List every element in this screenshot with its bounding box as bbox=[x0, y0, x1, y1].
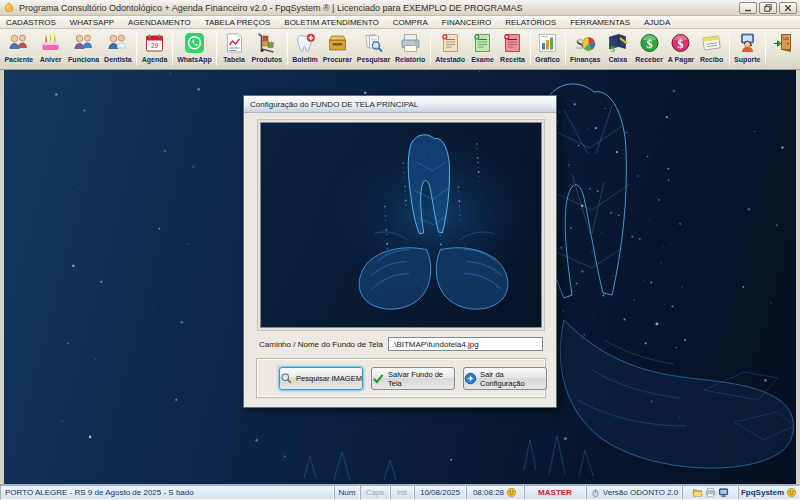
save-background-button[interactable]: Salvar Fundo de Tela bbox=[371, 367, 455, 390]
menubar: CADASTROS WHATSAPP AGENDAMENTO TABELA PR… bbox=[0, 16, 800, 29]
exam-note-icon bbox=[470, 31, 495, 55]
folder-icon[interactable] bbox=[692, 487, 703, 498]
search-drawer-icon bbox=[325, 31, 350, 55]
app-logo-icon bbox=[3, 2, 15, 14]
exit-arrow-icon bbox=[464, 372, 477, 385]
patients-icon bbox=[6, 31, 31, 55]
statusbar-user: MASTER bbox=[524, 485, 586, 500]
toolbar-button-receita[interactable]: Receita bbox=[498, 30, 528, 67]
statusbar-location: PORTO ALEGRE - RS 9 de Agosto de 2025 - … bbox=[0, 485, 334, 500]
toolbar-button-dentista[interactable]: Dentista bbox=[102, 30, 135, 67]
svg-text:EXIT: EXIT bbox=[784, 36, 790, 40]
menu-item-boletim-atendimento[interactable]: BOLETIM ATENDIMENTO bbox=[284, 18, 378, 27]
svg-text:$: $ bbox=[646, 37, 652, 51]
menu-item-relatorios[interactable]: RELATÓRIOS bbox=[505, 18, 556, 27]
toolbar-button-procurar[interactable]: Procurar bbox=[320, 30, 354, 67]
toolbar-separator bbox=[530, 32, 531, 65]
desktop-background: Configuração do FUNDO DE TELA PRINCIPAL bbox=[0, 70, 800, 484]
mouse-icon bbox=[590, 487, 601, 498]
monitor-icon[interactable] bbox=[718, 487, 729, 498]
statusbar-capslock: Caps bbox=[360, 485, 390, 500]
toolbar-button-pesquisar[interactable]: Pesquisar bbox=[354, 30, 392, 67]
finance-pie-icon: $ bbox=[573, 31, 598, 55]
toolbar-button-whatsapp[interactable]: WhatsApp bbox=[175, 30, 214, 67]
menu-item-ajuda[interactable]: AJUDA bbox=[644, 18, 670, 27]
pay-money-icon: $ bbox=[668, 31, 693, 55]
cashbook-icon: $ bbox=[605, 31, 630, 55]
tooth-in-hands-image bbox=[261, 123, 541, 327]
check-icon bbox=[372, 372, 385, 385]
toolbar: Paciente Aniver Funciona Dentista 29 Age… bbox=[0, 29, 800, 70]
employees-icon bbox=[71, 31, 96, 55]
toolbar-button-boletim[interactable]: Boletim bbox=[290, 30, 321, 67]
brand-badge-icon bbox=[786, 487, 797, 498]
toolbar-button-recibo[interactable]: Recibo bbox=[697, 30, 727, 67]
toolbar-button-grafico[interactable]: Gráfico bbox=[533, 30, 563, 67]
close-icon bbox=[784, 4, 792, 12]
toolbar-button-agenda[interactable]: 29 Agenda bbox=[139, 30, 170, 67]
toolbar-separator bbox=[565, 32, 566, 65]
toolbar-button-financas[interactable]: $ Finanças bbox=[568, 30, 603, 67]
dialog-titlebar[interactable]: Configuração do FUNDO DE TELA PRINCIPAL bbox=[244, 96, 556, 113]
statusbar: PORTO ALEGRE - RS 9 de Agosto de 2025 - … bbox=[0, 484, 800, 500]
dialog-title: Configuração do FUNDO DE TELA PRINCIPAL bbox=[250, 100, 418, 109]
window-title: Programa Consultório Odontológico + Agen… bbox=[19, 3, 735, 13]
statusbar-date: 10/08/2025 bbox=[414, 485, 466, 500]
restore-icon bbox=[764, 4, 772, 12]
tooth-report-icon bbox=[293, 31, 318, 55]
exit-door-icon: EXIT bbox=[771, 31, 796, 55]
whatsapp-icon bbox=[182, 31, 207, 55]
receive-money-icon: $ bbox=[637, 31, 662, 55]
receipt-icon bbox=[699, 31, 724, 55]
svg-text:$: $ bbox=[576, 36, 584, 52]
toolbar-button-relatorio[interactable]: Relatório bbox=[393, 30, 428, 67]
window-titlebar[interactable]: Programa Consultório Odontológico + Agen… bbox=[0, 0, 800, 16]
toolbar-button-aniver[interactable]: Aniver bbox=[36, 30, 66, 67]
toolbar-button-suporte[interactable]: Suporte bbox=[732, 30, 763, 67]
menu-item-compra[interactable]: COMPRA bbox=[393, 18, 428, 27]
minimize-icon bbox=[744, 4, 752, 12]
toolbar-button-funciona[interactable]: Funciona bbox=[66, 30, 102, 67]
toolbar-separator bbox=[430, 32, 431, 65]
toolbar-separator bbox=[287, 32, 288, 65]
certificate-note-icon bbox=[438, 31, 463, 55]
printer-icon[interactable] bbox=[705, 487, 716, 498]
toolbar-button-produtos[interactable]: Produtos bbox=[249, 30, 285, 67]
background-path-label: Caminho / Nome do Fundo de Tela bbox=[259, 340, 383, 349]
search-icon bbox=[280, 372, 293, 385]
close-button[interactable] bbox=[779, 2, 797, 14]
toolbar-button-receber[interactable]: $ Receber bbox=[633, 30, 666, 67]
price-table-icon bbox=[222, 31, 247, 55]
menu-item-agendamento[interactable]: AGENDAMENTO bbox=[128, 18, 191, 27]
support-icon bbox=[735, 31, 760, 55]
menu-item-cadastros[interactable]: CADASTROS bbox=[6, 18, 56, 27]
dentists-icon bbox=[105, 31, 130, 55]
application-window: Programa Consultório Odontológico + Agen… bbox=[0, 0, 800, 500]
menu-item-ferramentas[interactable]: FERRAMENTAS bbox=[570, 18, 630, 27]
toolbar-separator bbox=[729, 32, 730, 65]
toolbar-button-tabela[interactable]: Tabela bbox=[219, 30, 249, 67]
dialog-button-group: Pesquisar IMAGEM Salvar Fundo de Tela Sa… bbox=[256, 358, 546, 398]
background-config-dialog: Configuração do FUNDO DE TELA PRINCIPAL bbox=[243, 95, 557, 408]
menu-item-financeiro[interactable]: FINANCEIRO bbox=[442, 18, 491, 27]
exit-config-button[interactable]: Sair da Configuração bbox=[463, 367, 547, 390]
statusbar-version: Versão ODONTO 2.0 bbox=[586, 485, 682, 500]
minimize-button[interactable] bbox=[739, 2, 757, 14]
smiley-badge-icon bbox=[506, 487, 517, 498]
restore-button[interactable] bbox=[759, 2, 777, 14]
search-image-button[interactable]: Pesquisar IMAGEM bbox=[279, 367, 363, 390]
statusbar-time: 08:08:28 bbox=[466, 485, 524, 500]
toolbar-button-exit[interactable]: EXIT bbox=[768, 30, 798, 67]
toolbar-button-caixa[interactable]: $ Caixa bbox=[603, 30, 633, 67]
products-cart-icon bbox=[254, 31, 279, 55]
toolbar-button-a-pagar[interactable]: $ A Pagar bbox=[665, 30, 696, 67]
chart-icon bbox=[535, 31, 560, 55]
toolbar-separator bbox=[765, 32, 766, 65]
toolbar-button-paciente[interactable]: Paciente bbox=[2, 30, 36, 67]
menu-item-tabela-precos[interactable]: TABELA PREÇOS bbox=[205, 18, 271, 27]
toolbar-button-atestado[interactable]: Atestado bbox=[433, 30, 468, 67]
background-path-input[interactable] bbox=[388, 337, 543, 351]
toolbar-button-exame[interactable]: Exame bbox=[467, 30, 497, 67]
statusbar-insert: Ins bbox=[390, 485, 414, 500]
menu-item-whatsapp[interactable]: WHATSAPP bbox=[70, 18, 114, 27]
